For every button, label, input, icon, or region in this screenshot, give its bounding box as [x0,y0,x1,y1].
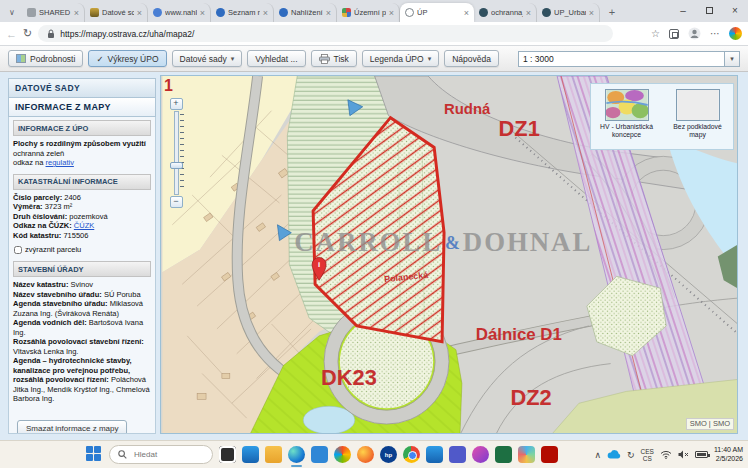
close-icon[interactable]: × [326,9,331,17]
copilot-icon[interactable] [729,27,742,40]
tab-up-active[interactable]: ÚP × [400,3,474,22]
taskbar-search[interactable] [109,445,213,464]
accordion-informace-z-mapy[interactable]: INFORMACE Z MAPY [8,98,156,117]
napoveda-button[interactable]: Nápověda [444,50,499,67]
vyhledat-button[interactable]: Vyhledat ... [247,50,305,67]
clock[interactable]: 11:40 AM 2/5/2026 [714,446,743,463]
katastr-row: Kód katastru: 715506 [13,231,151,241]
tab-seznam-nemovitosti[interactable]: Seznam nem × [211,3,274,22]
zoom-slider[interactable]: + − [168,98,184,208]
hp-app-icon[interactable]: hp [380,446,397,463]
tray-sync-icon[interactable]: ↻ [627,450,635,460]
menu-ellipsis-icon[interactable]: ⋯ [710,28,720,39]
podrobnosti-button[interactable]: Podrobnosti [8,50,83,67]
basemap-option-none[interactable]: Bez podkladové mapy [666,89,730,149]
date-text: 2/5/2026 [714,455,743,464]
close-icon[interactable]: × [137,9,142,17]
screen: ∨ SHARED LIST × Datové schrá × www.nahli… [0,0,748,468]
datove-sady-button[interactable]: Datové sady ▾ [172,50,243,67]
tab-uzemni-plan[interactable]: Územní plán × [337,3,400,22]
close-icon[interactable]: × [589,9,594,17]
tab-label: SHARED LIST [39,8,71,17]
close-icon[interactable]: × [464,9,469,17]
tisk-button[interactable]: Tisk [311,50,357,67]
maximize-button[interactable] [696,0,722,21]
close-window-button[interactable]: × [722,0,748,21]
wifi-icon[interactable] [660,450,672,459]
close-icon[interactable]: × [263,9,268,17]
edge-browser-icon[interactable] [288,446,305,463]
zoom-slider-track[interactable] [174,111,179,195]
browser-action-icons: ☆ ⋯ [651,27,742,40]
tab-shared-list[interactable]: SHARED LIST × [22,3,85,22]
sidebar-body: INFORMACE Z ÚPO Plochy s rozdílným způso… [8,117,156,434]
section-informace-z-upo: INFORMACE Z ÚPO [13,120,151,136]
zoom-slider-ticks [180,114,184,192]
volume-mute-icon[interactable] [678,450,689,459]
tab-nahlizeni[interactable]: www.nahlizen × [148,3,211,22]
close-icon[interactable]: × [74,9,79,17]
tab-search-chevron-icon[interactable]: ∨ [4,4,20,20]
collections-icon[interactable] [669,29,679,39]
basemap-option-hv[interactable]: HV - Urbanistická koncepce [595,89,659,149]
back-icon[interactable]: ← [6,28,17,40]
label-dz1: DZ1 [499,116,540,141]
new-tab-button[interactable]: + [604,4,620,20]
battery-icon[interactable] [695,451,708,458]
section-katastralni-informace: KATASTRÁLNÍ INFORMACE [13,174,151,190]
search-icon [118,450,127,459]
mail-app-icon[interactable] [242,446,259,463]
zoom-slider-handle[interactable] [170,162,183,169]
address-box[interactable]: https://mapy.ostrava.cz/uha/mapa2/ [38,25,613,42]
katastr-row: Číslo parcely: 2406 [13,193,151,203]
highlight-parcel-checkbox[interactable] [14,246,22,254]
button-label: Nápověda [452,54,491,64]
teams-icon[interactable] [449,446,466,463]
reload-icon[interactable]: ↻ [23,27,32,40]
vykresy-upo-button[interactable]: ✓ Výkresy ÚPO [88,50,166,67]
cuzk-link[interactable]: ČÚZK [74,221,94,230]
start-button[interactable] [86,446,103,463]
search-input[interactable] [132,449,202,460]
clear-map-info-button[interactable]: Smazat informace z mapy [17,420,127,435]
tab-label: Datové schrá [102,8,134,17]
sidebar: DATOVÉ SADY INFORMACE Z MAPY INFORMACE Z… [8,78,156,434]
photos-app-icon[interactable] [518,446,535,463]
page-content: DATOVÉ SADY INFORMACE Z MAPY INFORMACE Z… [0,72,748,440]
close-icon[interactable]: × [526,9,531,17]
close-icon[interactable]: × [200,9,205,17]
onedrive-cloud-icon[interactable] [607,450,621,459]
tab-datove-schranky[interactable]: Datové schrá × [85,3,148,22]
language-indicator[interactable]: CES CS [641,448,654,462]
scale-input[interactable] [518,51,725,67]
scale-dropdown-button[interactable]: ▾ [725,51,740,67]
acrobat-icon[interactable] [541,446,558,463]
tab-nahlizeni-do[interactable]: Nahlížení do × [274,3,337,22]
legenda-upo-button[interactable]: Legenda ÚPO ▾ [362,50,439,67]
excel-icon[interactable] [495,446,512,463]
regulativ-link[interactable]: regulativ [46,158,74,167]
accordion-datove-sady[interactable]: DATOVÉ SADY [8,78,156,98]
zoom-out-button[interactable]: − [170,196,183,208]
microsoft-store-icon[interactable] [311,446,328,463]
tray-chevron-up-icon[interactable]: ∧ [594,450,601,460]
outlook-icon[interactable] [426,446,443,463]
language-line1: CES [641,448,654,455]
copilot-app-icon[interactable] [334,446,351,463]
map-viewport[interactable]: i CARROLL&DOHNAL Rudná DZ1 Dálnice D1 DZ… [160,75,738,434]
stavebni-row: Agenda vodních děl: Bartošová Ivana Ing. [13,318,151,337]
tab-ochranna-zelen[interactable]: ochranna_zel × [474,3,537,22]
file-explorer-icon[interactable] [265,446,282,463]
close-icon[interactable]: × [389,9,394,17]
tab-up-urbanismus[interactable]: UP_Urbanism × [537,3,600,22]
task-view-icon[interactable] [219,446,236,463]
map-app-toolbar: Podrobnosti ✓ Výkresy ÚPO Datové sady ▾ … [0,46,748,72]
profile-icon[interactable] [688,27,701,40]
firefox-icon[interactable] [357,446,374,463]
minimize-button[interactable]: – [670,0,696,21]
basemap-label: HV - Urbanistická koncepce [595,123,659,138]
bookmark-star-icon[interactable]: ☆ [651,28,660,39]
zoom-in-button[interactable]: + [170,98,183,110]
chrome-icon[interactable] [403,446,420,463]
snipping-tool-icon[interactable] [472,446,489,463]
